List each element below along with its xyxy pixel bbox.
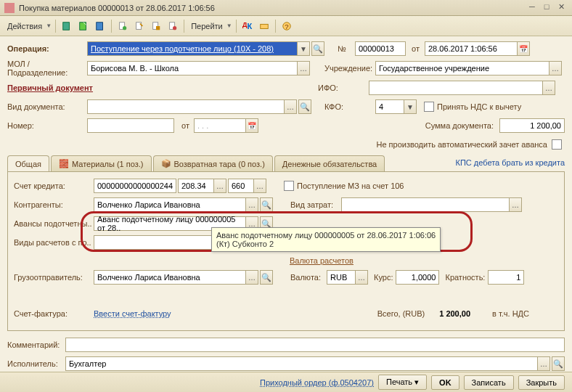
ok-button[interactable]: OK xyxy=(431,375,459,390)
maximize-button[interactable]: □ xyxy=(540,2,553,14)
counteragents-search[interactable]: 🔍 xyxy=(260,197,273,212)
close-button[interactable]: Закрыть xyxy=(518,375,565,390)
svg-rect-2 xyxy=(97,22,103,30)
ot-date-field[interactable]: . . . xyxy=(194,118,246,133)
tab-obligations[interactable]: Денежные обязательства xyxy=(274,155,385,171)
tara-icon: 📦 xyxy=(161,159,171,168)
kfo-field[interactable]: 4 xyxy=(375,99,404,114)
executor-field[interactable]: Бухгалтер xyxy=(65,356,538,371)
date-picker[interactable]: 📅 xyxy=(517,41,530,56)
date-label: от xyxy=(412,44,425,53)
close-window-button[interactable]: ✕ xyxy=(555,2,568,14)
toolbar-btn-1[interactable] xyxy=(60,19,74,33)
app-icon xyxy=(4,3,15,13)
inst-dots[interactable]: … xyxy=(549,61,562,75)
svg-rect-0 xyxy=(63,22,70,30)
svg-point-9 xyxy=(173,26,176,30)
save-button[interactable]: Записать xyxy=(464,375,514,390)
counteragents-dots[interactable]: … xyxy=(245,197,258,212)
mol-label: МОЛ / Подразделение: xyxy=(7,60,87,77)
toolbar-btn-5[interactable] xyxy=(132,19,147,33)
kps-link[interactable]: КПС дебета брать из кредита xyxy=(455,155,565,171)
ifo-field[interactable] xyxy=(369,81,543,95)
comment-label: Комментарий: xyxy=(7,340,65,349)
num2-field[interactable] xyxy=(87,118,174,133)
settlement-label: Виды расчетов с по.. xyxy=(14,238,94,247)
toolbar-btn-2[interactable] xyxy=(76,19,91,33)
kfo-dropdown[interactable]: ▼ xyxy=(404,99,417,114)
tab-returnable[interactable]: 📦Возвратная тара (0 поз.) xyxy=(153,155,273,171)
rate-field[interactable]: 1,0000 xyxy=(396,270,439,285)
shipper-search[interactable]: 🔍 xyxy=(260,270,273,285)
counteragents-label: Контрагенты: xyxy=(14,200,94,209)
no-offset-checkbox[interactable] xyxy=(552,139,562,150)
nds-checkbox[interactable] xyxy=(424,102,434,112)
mult-label: Кратность: xyxy=(445,273,485,282)
executor-search[interactable]: 🔍 xyxy=(552,356,565,371)
operation-field[interactable]: Поступление через подотчетное лицо (10Х … xyxy=(87,41,298,56)
total-value: 1 200,00 xyxy=(439,309,470,318)
toolbar-btn-6[interactable] xyxy=(149,19,163,33)
vat-label: в т.ч. НДС xyxy=(492,309,529,318)
materials-icon: 🧱 xyxy=(59,159,69,168)
advances-label: Авансы подотчетны.. xyxy=(14,219,94,228)
cost-type-field[interactable] xyxy=(341,197,510,212)
minimize-button[interactable]: ─ xyxy=(526,2,539,14)
help-button[interactable]: ? xyxy=(279,19,294,33)
shipper-dots[interactable]: … xyxy=(245,270,258,285)
doctype-search[interactable]: 🔍 xyxy=(298,99,311,114)
toolbar-btn-4[interactable] xyxy=(115,19,130,33)
credit-account-field[interactable]: 00000000000000244 xyxy=(94,179,176,193)
credit-sub2[interactable]: 660 xyxy=(228,179,254,193)
mol-dots[interactable]: … xyxy=(297,61,310,75)
doctype-field[interactable] xyxy=(87,99,285,114)
toolbar-btn-3[interactable] xyxy=(93,19,107,33)
goto-menu[interactable]: Перейти xyxy=(188,22,226,30)
num-field[interactable]: 00000013 xyxy=(355,41,406,56)
cost-type-dots[interactable]: … xyxy=(509,197,522,212)
comment-field[interactable] xyxy=(65,338,565,352)
toolbar-btn-7[interactable] xyxy=(166,19,180,33)
tab-materials[interactable]: 🧱Материалы (1 поз.) xyxy=(51,155,152,171)
inst-field[interactable]: Государственное учреждение xyxy=(375,61,549,75)
sum-label: Сумма документа: xyxy=(425,121,494,130)
mz-checkbox[interactable] xyxy=(284,181,294,191)
operation-search[interactable]: 🔍 xyxy=(311,41,324,56)
credit-sub2-dots[interactable]: … xyxy=(253,179,266,193)
actions-menu[interactable]: Действия xyxy=(4,22,45,30)
mult-field[interactable]: 1 xyxy=(488,270,524,285)
operation-label: Операция: xyxy=(7,44,87,53)
num-label: № xyxy=(338,44,355,53)
credit-sub1-dots[interactable]: … xyxy=(213,179,226,193)
operation-dropdown[interactable]: ▼ xyxy=(297,41,310,56)
mol-field[interactable]: Борисова М. В. - Школа xyxy=(87,61,298,75)
num2-label: Номер: xyxy=(7,121,87,130)
currency-dots[interactable]: … xyxy=(355,270,368,285)
executor-label: Исполнитель: xyxy=(7,359,65,368)
tooltip: Аванс подотчетному лицу 000000005 от 28.… xyxy=(211,227,441,252)
currency-field[interactable]: RUB xyxy=(327,270,356,285)
tab-general[interactable]: Общая xyxy=(7,155,49,171)
toolbar-btn-8[interactable] xyxy=(257,19,271,33)
toolbar-dk-icon[interactable]: ДК xyxy=(240,19,255,33)
shipper-field[interactable]: Волченко Лариса Ивановна xyxy=(94,270,246,285)
ifo-dots[interactable]: … xyxy=(542,81,555,95)
doctype-label: Вид документа: xyxy=(7,102,87,111)
credit-sub1[interactable]: 208.34 xyxy=(178,179,214,193)
kfo-label: КФО: xyxy=(324,102,375,111)
credit-account-label: Счет кредита: xyxy=(14,181,94,190)
footer: Приходный ордер (ф.0504207) Печать ▾ OK … xyxy=(0,372,572,392)
ot-date-picker[interactable]: 📅 xyxy=(245,118,258,133)
sum-field[interactable]: 1 200,00 xyxy=(499,118,565,133)
svg-rect-10 xyxy=(260,24,268,28)
order-link[interactable]: Приходный ордер (ф.0504207) xyxy=(260,378,374,387)
counteragents-field[interactable]: Волченко Лариса Ивановна xyxy=(94,197,246,212)
print-button[interactable]: Печать ▾ xyxy=(378,375,427,390)
doctype-dots[interactable]: … xyxy=(284,99,297,114)
executor-dots[interactable]: … xyxy=(537,356,550,371)
date-field[interactable]: 28.06.2017 1:06:56 xyxy=(425,41,518,56)
nds-label: Принять НДС к вычету xyxy=(437,102,521,111)
tab-body: Счет кредита: 00000000000000244 208.34 …… xyxy=(7,172,565,331)
titlebar: Покупка материалов 00000013 от 28.06.201… xyxy=(0,0,572,16)
invoice-link[interactable]: Ввести счет-фактуру xyxy=(94,309,171,318)
